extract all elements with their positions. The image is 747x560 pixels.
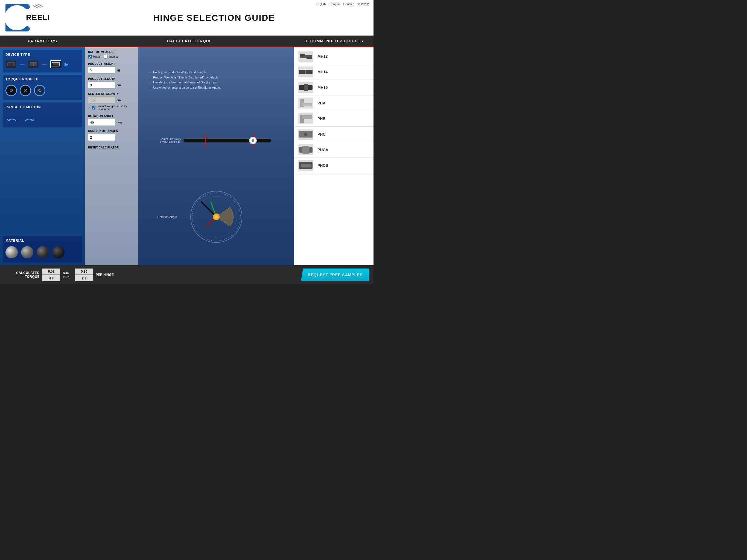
product-thumb-mh14 <box>298 67 313 77</box>
nm-value-input[interactable] <box>42 269 60 275</box>
reset-calculator-button[interactable]: RESET CALCULATOR <box>88 146 119 149</box>
lbin-value-input[interactable] <box>42 275 60 281</box>
product-thumb-mh15 <box>298 82 313 93</box>
svg-text:REELL: REELL <box>26 13 49 22</box>
product-item-mh12[interactable]: MH12 <box>294 49 374 64</box>
instruction-4: Use wheel or enter a value to set Rotati… <box>153 85 221 90</box>
unit-of-measure-label: UNIT OF MEASURE <box>88 51 135 54</box>
instruction-3: Unselect to allow manual Center of Gravi… <box>153 80 221 85</box>
product-length-group: PRODUCT LENGTH cm <box>88 77 135 89</box>
torque-profile-circles <box>5 83 79 98</box>
product-name-phb: PHB <box>317 117 326 121</box>
svg-rect-4 <box>7 62 15 66</box>
svg-rect-26 <box>302 146 309 154</box>
hinge-diagram: Center Of Gravity From Pivot Point ← → <box>144 124 289 157</box>
metric-checkbox[interactable] <box>88 55 92 58</box>
product-name-phca: PHCA <box>317 148 328 152</box>
product-item-phca[interactable]: PHCA <box>294 142 374 158</box>
lang-french[interactable]: Français <box>329 2 340 6</box>
material-ball-dark[interactable] <box>36 246 49 258</box>
torque-profile-label: TORQUE PROFILE <box>5 77 79 81</box>
imperial-checkbox[interactable] <box>104 55 107 58</box>
range-icon-2[interactable] <box>23 113 36 123</box>
product-item-phcs[interactable]: PHCS <box>294 158 374 173</box>
material-ball-silver[interactable] <box>5 246 18 258</box>
material-label: MATERIAL <box>5 239 79 243</box>
lang-german[interactable]: Deutsch <box>343 2 354 6</box>
product-weight-input[interactable] <box>88 67 115 74</box>
reset-group: RESET CALCULATOR <box>88 145 135 150</box>
calculated-torque-label: CALCULATED TORQUE <box>4 271 40 279</box>
dial-center <box>213 213 220 220</box>
rotation-label: Rotation Angle <box>157 215 177 219</box>
product-item-mh14[interactable]: MH14 <box>294 64 374 80</box>
torque-circle-3[interactable] <box>34 85 45 96</box>
svg-rect-22 <box>302 114 312 119</box>
product-thumb-phca <box>298 144 313 155</box>
center-of-gravity-input[interactable] <box>88 97 115 104</box>
rotation-diagram-container: Rotation Angle <box>190 191 242 243</box>
pivot-circle <box>249 137 257 144</box>
svg-rect-14 <box>307 57 312 59</box>
product-thumb-pha <box>298 98 313 108</box>
material-ball-gray[interactable] <box>21 246 33 258</box>
center-of-gravity-label: CENTER OF GRAVITY <box>88 93 135 96</box>
material-ball-black[interactable] <box>52 246 65 258</box>
torque-circle-1[interactable] <box>5 85 17 96</box>
product-length-label: PRODUCT LENGTH <box>88 77 135 80</box>
number-of-hinges-input[interactable] <box>88 134 115 141</box>
product-length-input[interactable] <box>88 81 115 88</box>
recommended-products-panel: MH12MH14MH15PHAPHBPHCPHCAPHCS <box>294 47 374 265</box>
request-free-samples-button[interactable]: REQUEST FREE SAMPLES <box>301 269 369 281</box>
device-type-label: DEVICE TYPE <box>5 53 79 57</box>
device-icon-3[interactable] <box>50 60 61 68</box>
product-name-mh15: MH15 <box>317 85 328 90</box>
nm-unit: N-m <box>63 271 73 275</box>
calc-nm-values <box>42 269 60 281</box>
per-hinge-lbin-input[interactable] <box>75 275 93 281</box>
evenly-distributed-label: Product Weight is Evenly Distributed <box>97 105 135 111</box>
device-icon-2[interactable] <box>28 60 39 68</box>
product-item-phc[interactable]: PHC <box>294 127 374 142</box>
product-name-pha: PHA <box>317 101 326 105</box>
page-title: HINGE SELECTION GUIDE <box>60 13 368 23</box>
product-thumb-phb <box>298 113 313 124</box>
device-type-icons: — — ▶ <box>5 59 79 70</box>
main-content: DEVICE TYPE — — ▶ TORQUE PROFILE <box>0 47 374 265</box>
lang-chinese[interactable]: 简体中文 <box>357 2 369 6</box>
lbin-unit: lb-in <box>63 275 73 279</box>
pivot-inner <box>252 139 254 142</box>
product-item-phb[interactable]: PHB <box>294 111 374 127</box>
range-icon-1[interactable] <box>5 113 19 123</box>
svg-rect-20 <box>302 103 312 106</box>
header: REELL HINGE SELECTION GUIDE English Fran… <box>0 0 374 35</box>
product-weight-group: PRODUCT WEIGHT kg <box>88 62 135 74</box>
product-item-mh15[interactable]: MH15 <box>294 80 374 96</box>
product-length-unit: cm <box>117 83 121 87</box>
cog-label: Center Of Gravity From Pivot Point <box>159 137 182 144</box>
product-weight-label: PRODUCT WEIGHT <box>88 62 135 65</box>
rotation-dial[interactable] <box>190 191 242 243</box>
product-weight-unit: kg <box>117 68 120 72</box>
section-headers: PARAMETERS CALCULATE TORQUE RECOMMENDED … <box>0 35 374 47</box>
evenly-distributed-checkbox[interactable] <box>92 106 96 110</box>
product-name-phc: PHC <box>317 132 326 136</box>
product-thumb-mh12 <box>298 51 313 62</box>
calculate-torque-panel: UNIT OF MEASURE Metric Imperial PRODUCT … <box>85 47 294 265</box>
parameters-panel: DEVICE TYPE — — ▶ TORQUE PROFILE <box>0 47 85 265</box>
product-name-phcs: PHCS <box>317 163 328 168</box>
product-name-mh12: MH12 <box>317 54 328 58</box>
product-item-pha[interactable]: PHA <box>294 96 374 111</box>
lang-english[interactable]: English <box>316 2 326 6</box>
center-of-gravity-unit: cm <box>117 98 121 102</box>
rotation-angle-unit: deg <box>117 121 122 124</box>
controls-panel: UNIT OF MEASURE Metric Imperial PRODUCT … <box>85 47 138 265</box>
range-of-motion-icons <box>5 111 79 125</box>
product-name-mh14: MH14 <box>317 70 328 74</box>
center-of-gravity-group: CENTER OF GRAVITY cm ✓ Product Weight is… <box>88 93 135 111</box>
torque-circle-2[interactable] <box>20 85 31 96</box>
range-of-motion-section: RANGE OF MOTION <box>3 103 82 127</box>
per-hinge-nm-input[interactable] <box>75 269 93 275</box>
rotation-angle-input[interactable] <box>88 119 115 126</box>
device-icon-1[interactable] <box>5 60 17 68</box>
